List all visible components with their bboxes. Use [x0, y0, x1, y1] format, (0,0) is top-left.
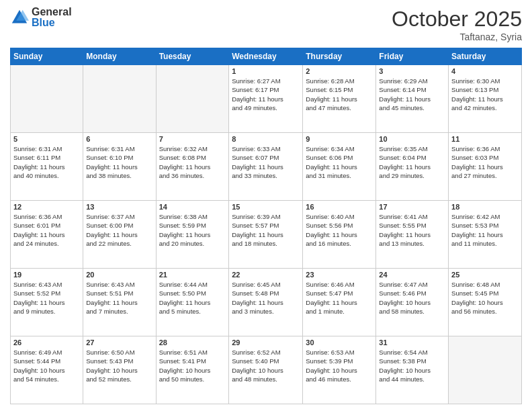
logo-text: General Blue — [32, 7, 72, 28]
day-info: Sunrise: 6:37 AMSunset: 6:00 PMDaylight:… — [86, 212, 152, 248]
calendar-cell: 24Sunrise: 6:47 AMSunset: 5:46 PMDayligh… — [376, 269, 449, 336]
calendar-cell: 12Sunrise: 6:36 AMSunset: 6:01 PMDayligh… — [11, 201, 83, 269]
day-info: Sunrise: 6:47 AMSunset: 5:46 PMDaylight:… — [379, 280, 445, 316]
calendar-cell: 1Sunrise: 6:27 AMSunset: 6:17 PMDaylight… — [229, 65, 303, 133]
day-info: Sunrise: 6:52 AMSunset: 5:40 PMDaylight:… — [232, 348, 300, 383]
day-info: Sunrise: 6:48 AMSunset: 5:45 PMDaylight:… — [451, 280, 519, 316]
day-number: 11 — [451, 135, 519, 143]
day-info: Sunrise: 6:31 AMSunset: 6:10 PMDaylight:… — [86, 144, 152, 180]
calendar-cell: 4Sunrise: 6:30 AMSunset: 6:13 PMDaylight… — [449, 65, 522, 133]
day-number: 15 — [232, 203, 300, 211]
day-info: Sunrise: 6:36 AMSunset: 6:03 PMDaylight:… — [451, 144, 519, 180]
day-number: 18 — [451, 203, 519, 211]
calendar-cell: 28Sunrise: 6:51 AMSunset: 5:41 PMDayligh… — [156, 336, 229, 404]
calendar-header-row: SundayMondayTuesdayWednesdayThursdayFrid… — [11, 48, 522, 65]
calendar-week-row: 1Sunrise: 6:27 AMSunset: 6:17 PMDaylight… — [11, 65, 522, 133]
day-info: Sunrise: 6:29 AMSunset: 6:14 PMDaylight:… — [379, 77, 445, 112]
day-number: 3 — [379, 67, 445, 75]
day-number: 4 — [451, 67, 519, 75]
day-info: Sunrise: 6:43 AMSunset: 5:52 PMDaylight:… — [13, 280, 80, 316]
calendar-week-row: 5Sunrise: 6:31 AMSunset: 6:11 PMDaylight… — [11, 133, 522, 201]
day-number: 6 — [86, 135, 152, 143]
calendar-day-header: Saturday — [449, 48, 522, 65]
day-info: Sunrise: 6:39 AMSunset: 5:57 PMDaylight:… — [232, 212, 300, 248]
day-number: 7 — [159, 135, 226, 143]
calendar-cell: 27Sunrise: 6:50 AMSunset: 5:43 PMDayligh… — [83, 336, 156, 404]
day-info: Sunrise: 6:43 AMSunset: 5:51 PMDaylight:… — [86, 280, 152, 316]
day-info: Sunrise: 6:54 AMSunset: 5:38 PMDaylight:… — [379, 348, 445, 383]
day-number: 20 — [86, 271, 152, 279]
day-number: 21 — [159, 271, 226, 279]
calendar-day-header: Sunday — [11, 48, 83, 65]
day-number: 19 — [13, 271, 80, 279]
calendar-cell: 9Sunrise: 6:34 AMSunset: 6:06 PMDaylight… — [303, 133, 376, 201]
calendar-week-row: 12Sunrise: 6:36 AMSunset: 6:01 PMDayligh… — [11, 201, 522, 269]
calendar-cell: 22Sunrise: 6:45 AMSunset: 5:48 PMDayligh… — [229, 269, 303, 336]
day-number: 1 — [232, 67, 300, 75]
calendar-cell: 16Sunrise: 6:40 AMSunset: 5:56 PMDayligh… — [303, 201, 376, 269]
day-number: 5 — [13, 135, 80, 143]
calendar-cell: 23Sunrise: 6:46 AMSunset: 5:47 PMDayligh… — [303, 269, 376, 336]
calendar-cell: 29Sunrise: 6:52 AMSunset: 5:40 PMDayligh… — [229, 336, 303, 404]
day-info: Sunrise: 6:36 AMSunset: 6:01 PMDaylight:… — [13, 212, 80, 248]
day-info: Sunrise: 6:53 AMSunset: 5:39 PMDaylight:… — [306, 348, 373, 383]
calendar-cell: 21Sunrise: 6:44 AMSunset: 5:50 PMDayligh… — [156, 269, 229, 336]
calendar-cell: 31Sunrise: 6:54 AMSunset: 5:38 PMDayligh… — [376, 336, 449, 404]
calendar-cell: 18Sunrise: 6:42 AMSunset: 5:53 PMDayligh… — [449, 201, 522, 269]
calendar-cell: 11Sunrise: 6:36 AMSunset: 6:03 PMDayligh… — [449, 133, 522, 201]
logo-general: General — [32, 7, 72, 17]
page: General Blue October 2025 Taftanaz, Syri… — [0, 0, 532, 411]
calendar-cell: 14Sunrise: 6:38 AMSunset: 5:59 PMDayligh… — [156, 201, 229, 269]
calendar-cell: 6Sunrise: 6:31 AMSunset: 6:10 PMDaylight… — [83, 133, 156, 201]
day-info: Sunrise: 6:33 AMSunset: 6:07 PMDaylight:… — [232, 144, 300, 180]
calendar-cell: 2Sunrise: 6:28 AMSunset: 6:15 PMDaylight… — [303, 65, 376, 133]
logo: General Blue — [10, 7, 72, 28]
day-number: 9 — [306, 135, 373, 143]
day-number: 13 — [86, 203, 152, 211]
calendar-day-header: Monday — [83, 48, 156, 65]
header: General Blue October 2025 Taftanaz, Syri… — [10, 7, 522, 42]
day-number: 30 — [306, 338, 373, 347]
day-info: Sunrise: 6:31 AMSunset: 6:11 PMDaylight:… — [13, 144, 80, 180]
calendar-cell — [83, 65, 156, 133]
calendar-table: SundayMondayTuesdayWednesdayThursdayFrid… — [10, 48, 522, 404]
day-info: Sunrise: 6:46 AMSunset: 5:47 PMDaylight:… — [306, 280, 373, 316]
day-number: 26 — [13, 338, 80, 347]
day-info: Sunrise: 6:40 AMSunset: 5:56 PMDaylight:… — [306, 212, 373, 248]
calendar-week-row: 19Sunrise: 6:43 AMSunset: 5:52 PMDayligh… — [11, 269, 522, 336]
day-number: 22 — [232, 271, 300, 279]
day-info: Sunrise: 6:49 AMSunset: 5:44 PMDaylight:… — [13, 348, 80, 383]
calendar-cell: 10Sunrise: 6:35 AMSunset: 6:04 PMDayligh… — [376, 133, 449, 201]
calendar-day-header: Thursday — [303, 48, 376, 65]
calendar-cell: 8Sunrise: 6:33 AMSunset: 6:07 PMDaylight… — [229, 133, 303, 201]
day-info: Sunrise: 6:34 AMSunset: 6:06 PMDaylight:… — [306, 144, 373, 180]
calendar-cell — [156, 65, 229, 133]
day-info: Sunrise: 6:41 AMSunset: 5:55 PMDaylight:… — [379, 212, 445, 248]
logo-blue: Blue — [32, 17, 72, 28]
calendar-cell: 19Sunrise: 6:43 AMSunset: 5:52 PMDayligh… — [11, 269, 83, 336]
month-title: October 2025 — [392, 7, 522, 32]
day-number: 2 — [306, 67, 373, 75]
day-info: Sunrise: 6:42 AMSunset: 5:53 PMDaylight:… — [451, 212, 519, 248]
day-info: Sunrise: 6:45 AMSunset: 5:48 PMDaylight:… — [232, 280, 300, 316]
calendar-week-row: 26Sunrise: 6:49 AMSunset: 5:44 PMDayligh… — [11, 336, 522, 404]
calendar-cell: 30Sunrise: 6:53 AMSunset: 5:39 PMDayligh… — [303, 336, 376, 404]
day-number: 28 — [159, 338, 226, 347]
day-number: 16 — [306, 203, 373, 211]
day-number: 17 — [379, 203, 445, 211]
calendar-cell: 17Sunrise: 6:41 AMSunset: 5:55 PMDayligh… — [376, 201, 449, 269]
day-number: 10 — [379, 135, 445, 143]
day-number: 25 — [451, 271, 519, 279]
calendar-cell: 3Sunrise: 6:29 AMSunset: 6:14 PMDaylight… — [376, 65, 449, 133]
day-info: Sunrise: 6:28 AMSunset: 6:15 PMDaylight:… — [306, 77, 373, 112]
day-number: 12 — [13, 203, 80, 211]
calendar-cell: 25Sunrise: 6:48 AMSunset: 5:45 PMDayligh… — [449, 269, 522, 336]
calendar-cell — [449, 336, 522, 404]
day-info: Sunrise: 6:35 AMSunset: 6:04 PMDaylight:… — [379, 144, 445, 180]
day-number: 29 — [232, 338, 300, 347]
calendar-cell: 7Sunrise: 6:32 AMSunset: 6:08 PMDaylight… — [156, 133, 229, 201]
calendar-day-header: Wednesday — [229, 48, 303, 65]
location: Taftanaz, Syria — [392, 32, 522, 42]
day-info: Sunrise: 6:51 AMSunset: 5:41 PMDaylight:… — [159, 348, 226, 383]
calendar-cell: 15Sunrise: 6:39 AMSunset: 5:57 PMDayligh… — [229, 201, 303, 269]
